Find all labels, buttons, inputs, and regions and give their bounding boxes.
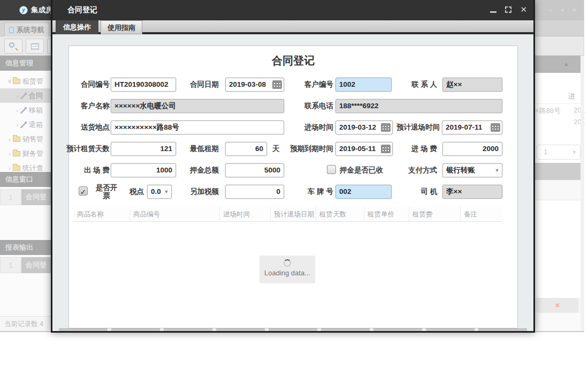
delivery-address-input[interactable]: ××××××××××路88号 [111,121,284,134]
loading-indicator: Loading data... [259,256,315,283]
grid-column-segment[interactable] [111,328,160,331]
grid-column-segment[interactable] [321,328,370,331]
sidebar-tree: ∨ 租赁管 › 合同 › 移箱 › 退箱 [0,74,51,175]
driver-label: 司 机 [396,187,437,197]
contract-no-input[interactable]: HT20190308002 [111,78,176,92]
bottom-grid-header [59,328,527,331]
tool-icon [20,93,27,99]
entry-fee-input[interactable]: 2000 [442,142,502,156]
folder-icon [13,137,20,142]
grid-column-segment[interactable] [59,328,108,331]
due-date-input[interactable]: 2019-05-11 [335,142,393,156]
section-info-management[interactable]: 信息管理 [0,56,51,71]
minimize-icon[interactable]: – [549,5,553,16]
calendar-icon[interactable] [379,142,392,155]
col-remark[interactable]: 备注 [461,207,502,222]
rental-days-label: 预计租赁天数 [66,144,110,154]
chevron-right-icon: › [6,165,13,171]
grid-column-segment[interactable] [164,328,212,331]
grid-column-segment[interactable] [216,328,265,331]
info-window-item[interactable]: 1 合同登 [0,189,51,205]
rental-days-input[interactable]: 121 [111,142,176,156]
customer-name-label: 客户名称 [69,101,110,111]
contact-input[interactable]: 赵×× [442,78,502,92]
chevron-right-icon: › [14,122,20,128]
min-term-input[interactable]: 60 [225,142,267,156]
calendar-icon[interactable] [271,78,284,91]
form-row: 送货地点 ××××××××××路88号 进场时间 2019-03-12 预计退场… [69,120,517,135]
tax-point-select[interactable]: 0.0 ▼ [147,185,172,199]
plate-no-input[interactable]: 002 [335,185,392,199]
chevron-down-icon: ▼ [572,149,577,155]
col-product-name[interactable]: 商品名称 [74,207,130,222]
deposit-received-checkbox[interactable] [327,165,336,174]
exit-fee-label: 出 场 费 [69,166,110,175]
entry-date-input[interactable]: 2019-03-12 [335,121,393,134]
sidebar: 信息管理 ∨ 租赁管 › 合同 › 移箱 › [0,56,51,330]
col-rental-days[interactable]: 租赁天数 [316,207,364,222]
contract-date-input[interactable]: 2019-03-08 [225,78,284,92]
close-icon[interactable]: ✕ [520,6,527,13]
tree-item-contract[interactable]: › 合同 [0,88,51,103]
grid-column-segment[interactable] [426,328,475,331]
scrollbar[interactable] [581,56,584,331]
record-count-status: 当前记录数 4 [0,316,51,331]
maximize-icon[interactable] [505,6,511,13]
col-unit-price[interactable]: 租赁单价 [364,207,409,222]
invoice-checkbox[interactable]: ✓ [79,186,88,196]
phone-input[interactable]: 188****6922 [335,99,502,113]
minimize-icon[interactable] [490,11,497,13]
search-button[interactable] [4,39,22,54]
grid-column-segment[interactable] [478,328,527,331]
right-panel-collapse-bar[interactable]: ▲ [535,56,582,73]
dialog-title: 合同登记 [67,5,97,15]
calendar-icon[interactable] [489,121,502,134]
close-icon[interactable]: × [572,5,576,16]
tool-icon [20,107,27,114]
due-date-label: 预期到期时间 [285,144,333,154]
grid-column-header[interactable]: 进 [535,89,582,104]
col-entry-date[interactable]: 进场时间 [220,207,271,222]
tab-info-operation[interactable]: 信息操作 [56,20,98,34]
page-select-dropdown[interactable]: 1 ▼ [537,145,581,160]
tree-item-rental-mgmt[interactable]: ∨ 租赁管 [0,74,51,88]
plate-no-label: 车 牌 号 [297,187,333,197]
col-exit-date[interactable]: 预计退场日期 [271,207,316,222]
calendar-icon[interactable] [379,121,392,134]
section-info-window[interactable]: 信息窗口 [0,172,51,187]
extra-tax-input[interactable]: 0 [225,185,284,199]
table-view-button[interactable] [26,39,44,54]
customer-name-input[interactable]: ××××××水电暖公司 [111,99,284,113]
tree-item-finance-mgmt[interactable]: › 财务管 [0,146,51,161]
planned-exit-date-input[interactable]: 2019-07-11 [442,121,502,134]
chevron-right-icon: › [6,136,13,142]
items-table-header: 商品名称 商品编号 进场时间 预计退场日期 租赁天数 租赁单价 租赁费 备注 [74,207,502,222]
deposit-total-input[interactable]: 5000 [225,163,284,177]
clear-button[interactable]: × [537,298,578,313]
report-output-item[interactable]: 1 合同登 [0,257,51,273]
navigation-icon [9,27,14,33]
restore-icon[interactable]: + [561,5,565,16]
form-row: 出 场 费 1000 押金总额 5000 押金是否已收 支付方式 银行转账 ▼ [69,163,517,178]
col-product-no[interactable]: 商品编号 [130,207,220,222]
payment-method-select[interactable]: 银行转账 ▼ [442,163,502,177]
tree-item-sales-mgmt[interactable]: › 销售管 [0,132,51,146]
grid-cell-address: ×路88号 [535,106,561,116]
tab-user-guide[interactable]: 使用指南 [101,20,142,34]
contract-no-label: 合同编号 [69,80,110,89]
tree-item-move-box[interactable]: › 移箱 [0,103,51,117]
section-report-output[interactable]: 报表输出 [0,240,51,255]
invoice-label: 是否开票 [94,184,119,200]
entry-fee-label: 进 场 费 [396,144,437,154]
driver-input[interactable]: 李×× [442,185,502,199]
col-rental-fee[interactable]: 租赁费 [409,207,461,222]
grid-column-segment[interactable] [269,328,317,331]
tab-system-navigation[interactable]: 系统导航 [4,22,49,36]
exit-fee-input[interactable]: 1000 [111,163,176,177]
customer-no-input[interactable]: 1002 [335,78,392,92]
grid-column-segment[interactable] [373,328,422,331]
tree-item-return-box[interactable]: › 退箱 [0,117,51,132]
chevron-down-icon: ▼ [492,164,502,177]
contact-label: 联 系 人 [396,80,437,89]
main-window-controls: – + × [549,5,576,16]
